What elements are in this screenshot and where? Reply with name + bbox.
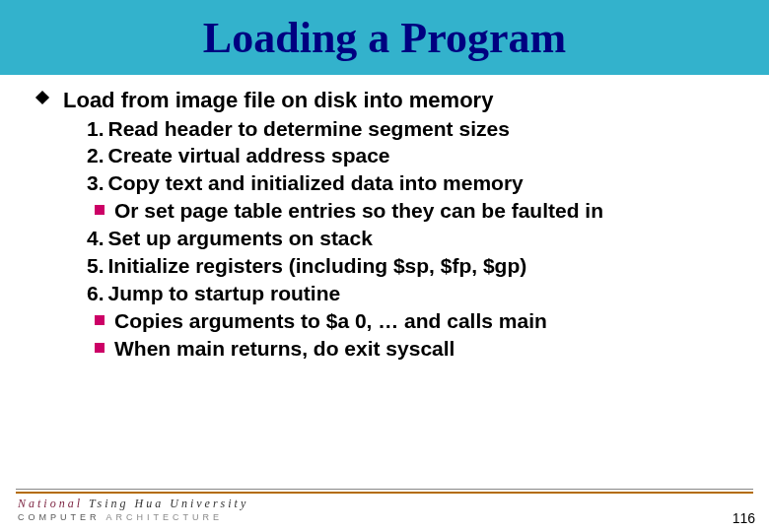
university-prefix: National [18, 497, 83, 510]
divider-thick [16, 492, 753, 494]
sub-rest: main returns, do exit syscall [171, 337, 454, 360]
item-number: 5. [87, 253, 105, 280]
bullet-intro-text: Load from image file on disk into memory [63, 88, 493, 112]
sub-rest: set page table entries so they can be fa… [139, 199, 603, 222]
list-item: 1.Read header to determine segment sizes [87, 116, 734, 143]
item-number: 1. [87, 116, 105, 143]
university-rest: Tsing Hua University [83, 497, 248, 510]
sub-lead: Or [114, 199, 139, 222]
sub-list: Copies arguments to $a 0, … and calls ma… [87, 308, 734, 363]
item-text: Initialize registers (including $sp, $fp… [108, 254, 527, 277]
list-item: 3.Copy text and initialized data into me… [87, 170, 734, 225]
sub-item: Copies arguments to $a 0, … and calls ma… [114, 308, 734, 335]
page-number: 116 [733, 510, 755, 526]
square-icon [95, 343, 105, 353]
item-number: 4. [87, 226, 105, 252]
square-icon [95, 315, 105, 325]
item-text: Jump to startup routine [108, 282, 341, 304]
item-text: Create virtual address space [108, 144, 390, 166]
sub-lead: Copies [114, 309, 183, 332]
square-icon [95, 205, 105, 215]
item-number: 3. [87, 170, 105, 197]
list-item: 6.Jump to startup routine Copies argumen… [87, 281, 734, 363]
sub-lead: When [114, 337, 171, 360]
sub-rest: arguments to $a 0, … and calls main [183, 309, 547, 332]
dept-rest: ARCHITECTURE [101, 512, 224, 522]
sub-item: When main returns, do exit syscall [114, 336, 734, 363]
title-band: Loading a Program [0, 0, 769, 75]
sub-list: Or set page table entries so they can be… [87, 198, 734, 225]
dept-prefix: COMPUTER [18, 512, 101, 522]
slide-title: Loading a Program [203, 13, 566, 63]
diamond-icon [35, 91, 49, 104]
item-number: 2. [87, 143, 105, 169]
department-name: COMPUTER ARCHITECTURE [18, 512, 223, 522]
content-area: Load from image file on disk into memory… [0, 75, 769, 362]
item-number: 6. [87, 281, 105, 307]
item-text: Set up arguments on stack [108, 227, 373, 249]
item-text: Copy text and initialized data into memo… [108, 171, 524, 194]
footer: National Tsing Hua University COMPUTER A… [0, 489, 769, 532]
list-item: 2.Create virtual address space [87, 143, 734, 169]
list-item: 4.Set up arguments on stack [87, 226, 734, 252]
item-text: Read header to determine segment sizes [108, 117, 510, 140]
sub-item: Or set page table entries so they can be… [114, 198, 734, 225]
bullet-intro: Load from image file on disk into memory… [59, 87, 734, 362]
divider-thin [16, 489, 753, 490]
list-item: 5.Initialize registers (including $sp, $… [87, 253, 734, 280]
university-name: National Tsing Hua University [18, 497, 248, 511]
slide: Loading a Program Load from image file o… [0, 0, 769, 532]
ordered-list: 1.Read header to determine segment sizes… [63, 116, 734, 363]
